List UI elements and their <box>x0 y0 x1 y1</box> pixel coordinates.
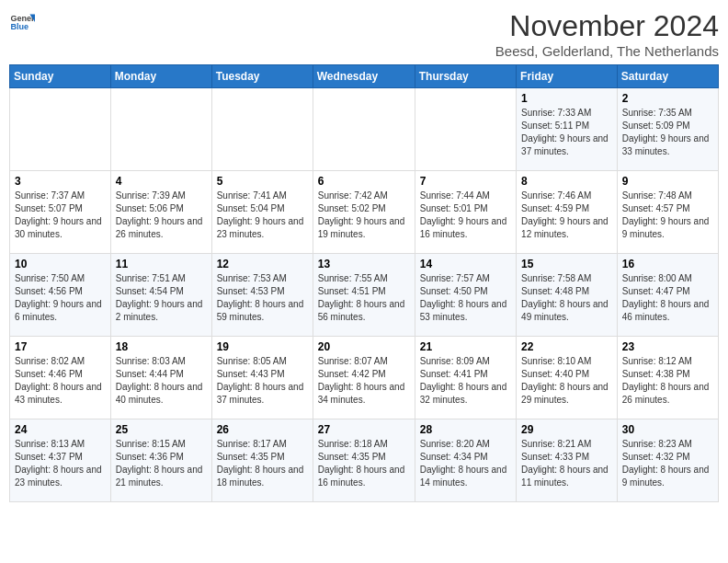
day-info: Sunrise: 8:15 AM Sunset: 4:36 PM Dayligh… <box>116 438 207 489</box>
calendar-table: SundayMondayTuesdayWednesdayThursdayFrid… <box>9 64 719 502</box>
weekday-header-sunday: Sunday <box>10 65 111 88</box>
day-info: Sunrise: 8:18 AM Sunset: 4:35 PM Dayligh… <box>318 438 410 489</box>
day-number: 11 <box>116 258 207 270</box>
calendar-week-row: 3Sunrise: 7:37 AM Sunset: 5:07 PM Daylig… <box>10 171 719 254</box>
calendar-cell: 5Sunrise: 7:41 AM Sunset: 5:04 PM Daylig… <box>211 171 313 254</box>
calendar-cell: 21Sunrise: 8:09 AM Sunset: 4:41 PM Dayli… <box>415 337 516 419</box>
day-info: Sunrise: 7:42 AM Sunset: 5:02 PM Dayligh… <box>318 190 410 241</box>
day-number: 22 <box>521 340 612 353</box>
calendar-cell: 12Sunrise: 7:53 AM Sunset: 4:53 PM Dayli… <box>211 254 313 337</box>
day-info: Sunrise: 7:41 AM Sunset: 5:04 PM Dayligh… <box>217 190 308 241</box>
page-header: General Blue November 2024 Beesd, Gelder… <box>9 9 719 59</box>
calendar-cell <box>211 88 313 171</box>
weekday-header-tuesday: Tuesday <box>211 65 313 88</box>
calendar-cell: 11Sunrise: 7:51 AM Sunset: 4:54 PM Dayli… <box>110 254 211 337</box>
day-number: 6 <box>318 175 410 188</box>
calendar-cell: 22Sunrise: 8:10 AM Sunset: 4:40 PM Dayli… <box>517 337 618 419</box>
day-info: Sunrise: 8:00 AM Sunset: 4:47 PM Dayligh… <box>622 272 713 324</box>
calendar-week-row: 10Sunrise: 7:50 AM Sunset: 4:56 PM Dayli… <box>10 254 719 337</box>
title-block: November 2024 Beesd, Gelderland, The Net… <box>495 9 719 59</box>
calendar-week-row: 1Sunrise: 7:33 AM Sunset: 5:11 PM Daylig… <box>10 88 719 171</box>
day-number: 7 <box>420 175 511 188</box>
day-number: 26 <box>217 423 308 436</box>
day-info: Sunrise: 7:48 AM Sunset: 4:57 PM Dayligh… <box>622 190 713 241</box>
day-number: 2 <box>622 92 713 105</box>
location: Beesd, Gelderland, The Netherlands <box>495 43 719 59</box>
day-number: 13 <box>318 258 410 270</box>
day-number: 5 <box>217 175 308 188</box>
day-number: 9 <box>622 175 713 188</box>
calendar-cell <box>10 88 111 171</box>
day-number: 18 <box>116 340 207 353</box>
day-number: 17 <box>15 340 106 353</box>
logo: General Blue <box>9 9 35 35</box>
day-info: Sunrise: 7:44 AM Sunset: 5:01 PM Dayligh… <box>420 190 511 241</box>
calendar-cell: 24Sunrise: 8:13 AM Sunset: 4:37 PM Dayli… <box>10 419 111 502</box>
day-info: Sunrise: 8:17 AM Sunset: 4:35 PM Dayligh… <box>217 438 308 489</box>
calendar-cell <box>415 88 516 171</box>
day-info: Sunrise: 8:03 AM Sunset: 4:44 PM Dayligh… <box>116 355 207 407</box>
weekday-header-wednesday: Wednesday <box>313 65 415 88</box>
calendar-cell <box>313 88 415 171</box>
calendar-cell: 10Sunrise: 7:50 AM Sunset: 4:56 PM Dayli… <box>10 254 111 337</box>
day-number: 12 <box>217 258 308 270</box>
day-info: Sunrise: 7:58 AM Sunset: 4:48 PM Dayligh… <box>521 272 612 324</box>
day-number: 10 <box>15 258 106 270</box>
calendar-cell: 7Sunrise: 7:44 AM Sunset: 5:01 PM Daylig… <box>415 171 516 254</box>
day-info: Sunrise: 7:39 AM Sunset: 5:06 PM Dayligh… <box>116 190 207 241</box>
day-number: 1 <box>521 92 612 105</box>
calendar-week-row: 17Sunrise: 8:02 AM Sunset: 4:46 PM Dayli… <box>10 337 719 419</box>
day-number: 4 <box>116 175 207 188</box>
day-info: Sunrise: 7:35 AM Sunset: 5:09 PM Dayligh… <box>622 107 713 158</box>
day-info: Sunrise: 8:02 AM Sunset: 4:46 PM Dayligh… <box>15 355 106 407</box>
calendar-cell: 28Sunrise: 8:20 AM Sunset: 4:34 PM Dayli… <box>415 419 516 502</box>
day-number: 14 <box>420 258 511 270</box>
day-info: Sunrise: 7:50 AM Sunset: 4:56 PM Dayligh… <box>15 272 106 324</box>
calendar-cell: 15Sunrise: 7:58 AM Sunset: 4:48 PM Dayli… <box>517 254 618 337</box>
day-number: 15 <box>521 258 612 270</box>
day-info: Sunrise: 8:13 AM Sunset: 4:37 PM Dayligh… <box>15 438 106 489</box>
calendar-cell: 4Sunrise: 7:39 AM Sunset: 5:06 PM Daylig… <box>110 171 211 254</box>
calendar-cell: 23Sunrise: 8:12 AM Sunset: 4:38 PM Dayli… <box>617 337 718 419</box>
day-info: Sunrise: 7:53 AM Sunset: 4:53 PM Dayligh… <box>217 272 308 324</box>
calendar-cell: 19Sunrise: 8:05 AM Sunset: 4:43 PM Dayli… <box>211 337 313 419</box>
day-info: Sunrise: 8:12 AM Sunset: 4:38 PM Dayligh… <box>622 355 713 407</box>
day-info: Sunrise: 7:37 AM Sunset: 5:07 PM Dayligh… <box>15 190 106 241</box>
day-number: 3 <box>15 175 106 188</box>
calendar-cell: 13Sunrise: 7:55 AM Sunset: 4:51 PM Dayli… <box>313 254 415 337</box>
day-number: 24 <box>15 423 106 436</box>
day-number: 20 <box>318 340 410 353</box>
calendar-cell: 16Sunrise: 8:00 AM Sunset: 4:47 PM Dayli… <box>617 254 718 337</box>
calendar-cell: 3Sunrise: 7:37 AM Sunset: 5:07 PM Daylig… <box>10 171 111 254</box>
day-number: 8 <box>521 175 612 188</box>
day-number: 16 <box>622 258 713 270</box>
calendar-cell: 25Sunrise: 8:15 AM Sunset: 4:36 PM Dayli… <box>110 419 211 502</box>
calendar-cell: 17Sunrise: 8:02 AM Sunset: 4:46 PM Dayli… <box>10 337 111 419</box>
calendar-week-row: 24Sunrise: 8:13 AM Sunset: 4:37 PM Dayli… <box>10 419 719 502</box>
calendar-cell: 9Sunrise: 7:48 AM Sunset: 4:57 PM Daylig… <box>617 171 718 254</box>
svg-text:Blue: Blue <box>10 22 28 31</box>
month-title: November 2024 <box>495 9 719 43</box>
day-number: 29 <box>521 423 612 436</box>
day-info: Sunrise: 8:20 AM Sunset: 4:34 PM Dayligh… <box>420 438 511 489</box>
calendar-cell: 30Sunrise: 8:23 AM Sunset: 4:32 PM Dayli… <box>617 419 718 502</box>
calendar-cell: 29Sunrise: 8:21 AM Sunset: 4:33 PM Dayli… <box>517 419 618 502</box>
day-number: 30 <box>622 423 713 436</box>
day-number: 28 <box>420 423 511 436</box>
day-number: 19 <box>217 340 308 353</box>
calendar-cell: 18Sunrise: 8:03 AM Sunset: 4:44 PM Dayli… <box>110 337 211 419</box>
calendar-cell: 20Sunrise: 8:07 AM Sunset: 4:42 PM Dayli… <box>313 337 415 419</box>
day-number: 25 <box>116 423 207 436</box>
calendar-cell: 8Sunrise: 7:46 AM Sunset: 4:59 PM Daylig… <box>517 171 618 254</box>
weekday-header-friday: Friday <box>517 65 618 88</box>
calendar-cell: 6Sunrise: 7:42 AM Sunset: 5:02 PM Daylig… <box>313 171 415 254</box>
calendar-cell: 1Sunrise: 7:33 AM Sunset: 5:11 PM Daylig… <box>517 88 618 171</box>
calendar-cell <box>110 88 211 171</box>
calendar-cell: 26Sunrise: 8:17 AM Sunset: 4:35 PM Dayli… <box>211 419 313 502</box>
weekday-header-row: SundayMondayTuesdayWednesdayThursdayFrid… <box>10 65 719 88</box>
weekday-header-saturday: Saturday <box>617 65 718 88</box>
day-info: Sunrise: 8:09 AM Sunset: 4:41 PM Dayligh… <box>420 355 511 407</box>
calendar-cell: 27Sunrise: 8:18 AM Sunset: 4:35 PM Dayli… <box>313 419 415 502</box>
logo-icon: General Blue <box>9 9 35 35</box>
day-info: Sunrise: 8:05 AM Sunset: 4:43 PM Dayligh… <box>217 355 308 407</box>
